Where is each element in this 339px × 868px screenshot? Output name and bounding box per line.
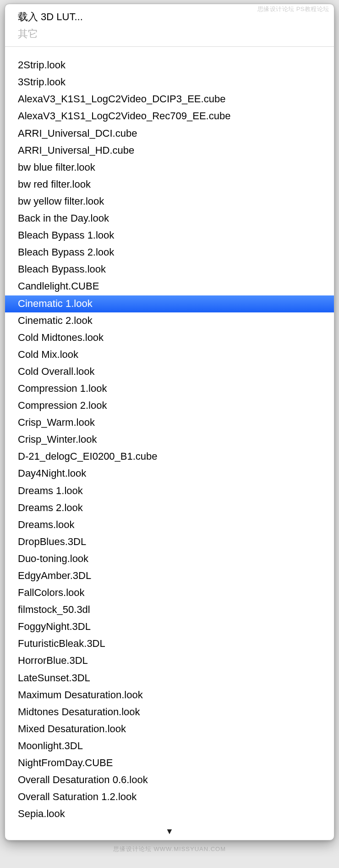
other-item: 其它 bbox=[5, 26, 334, 43]
lut-list-item[interactable]: Cinematic 2.look bbox=[5, 312, 334, 329]
list-spacer bbox=[5, 47, 334, 57]
lut-list-item[interactable]: HorrorBlue.3DL bbox=[5, 652, 334, 669]
lut-list-item[interactable]: ARRI_Universal_HD.cube bbox=[5, 142, 334, 159]
lut-list-item[interactable]: Overall Saturation 1.2.look bbox=[5, 789, 334, 806]
lut-list-item[interactable]: ARRI_Universal_DCI.cube bbox=[5, 125, 334, 142]
lut-list-item[interactable]: bw blue filter.look bbox=[5, 159, 334, 176]
lut-list-item[interactable]: EdgyAmber.3DL bbox=[5, 568, 334, 584]
lut-list-item[interactable]: Dreams.look bbox=[5, 517, 334, 534]
lut-list-item[interactable]: FallColors.look bbox=[5, 584, 334, 601]
lut-list-item[interactable]: FoggyNight.3DL bbox=[5, 618, 334, 635]
watermark-bottom: 思缘设计论坛 WWW.MISSYUAN.COM bbox=[4, 845, 335, 853]
lut-list-item[interactable]: DropBlues.3DL bbox=[5, 534, 334, 551]
lut-list-item[interactable]: Compression 1.look bbox=[5, 380, 334, 397]
lut-list-item[interactable]: Duo-toning.look bbox=[5, 551, 334, 568]
lut-list-item[interactable]: Cold Midtones.look bbox=[5, 329, 334, 346]
lut-file-list: 2Strip.look3Strip.lookAlexaV3_K1S1_LogC2… bbox=[5, 57, 334, 825]
lut-list-item[interactable]: FuturisticBleak.3DL bbox=[5, 635, 334, 652]
lut-list-item[interactable]: 2Strip.look bbox=[5, 57, 334, 74]
lut-list-item[interactable]: Compression 2.look bbox=[5, 397, 334, 414]
lut-list-item[interactable]: D-21_delogC_EI0200_B1.cube bbox=[5, 448, 334, 465]
lut-list-item[interactable]: Candlelight.CUBE bbox=[5, 278, 334, 295]
lut-list-item[interactable]: Cold Mix.look bbox=[5, 346, 334, 363]
lut-list-item[interactable]: bw yellow filter.look bbox=[5, 193, 334, 210]
lut-list-item[interactable]: Sepia.look bbox=[5, 806, 334, 823]
lut-list-item[interactable]: Cold Overall.look bbox=[5, 363, 334, 380]
lut-list-item[interactable]: Day4Night.look bbox=[5, 465, 334, 482]
lut-list-item[interactable]: Dreams 2.look bbox=[5, 500, 334, 517]
lut-list-item[interactable]: Crisp_Warm.look bbox=[5, 414, 334, 431]
lut-list-item[interactable]: Dreams 1.look bbox=[5, 483, 334, 500]
lut-dropdown-menu[interactable]: 思缘设计论坛 PS教程论坛 载入 3D LUT... 其它 2Strip.loo… bbox=[5, 4, 334, 840]
scroll-down-indicator[interactable]: ▼ bbox=[5, 825, 334, 840]
lut-list-item[interactable]: 3Strip.look bbox=[5, 74, 334, 91]
lut-list-item[interactable]: bw red filter.look bbox=[5, 176, 334, 193]
lut-list-item[interactable]: NightFromDay.CUBE bbox=[5, 755, 334, 772]
lut-list-item[interactable]: AlexaV3_K1S1_LogC2Video_Rec709_EE.cube bbox=[5, 108, 334, 125]
lut-list-item[interactable]: Bleach Bypass.look bbox=[5, 261, 334, 278]
lut-list-item[interactable]: filmstock_50.3dl bbox=[5, 601, 334, 618]
lut-list-item[interactable]: Back in the Day.look bbox=[5, 210, 334, 227]
lut-list-item[interactable]: AlexaV3_K1S1_LogC2Video_DCIP3_EE.cube bbox=[5, 91, 334, 108]
lut-list-item[interactable]: Bleach Bypass 2.look bbox=[5, 244, 334, 261]
lut-list-item[interactable]: Crisp_Winter.look bbox=[5, 431, 334, 448]
lut-list-item[interactable]: Overall Desaturation 0.6.look bbox=[5, 772, 334, 789]
lut-list-item[interactable]: Maximum Desaturation.look bbox=[5, 687, 334, 704]
lut-list-item[interactable]: Cinematic 1.look bbox=[5, 295, 334, 312]
lut-list-item[interactable]: LateSunset.3DL bbox=[5, 670, 334, 687]
watermark-top: 思缘设计论坛 PS教程论坛 bbox=[257, 5, 329, 13]
lut-list-item[interactable]: Moonlight.3DL bbox=[5, 738, 334, 755]
lut-list-item[interactable]: Mixed Desaturation.look bbox=[5, 721, 334, 738]
lut-list-item[interactable]: Bleach Bypass 1.look bbox=[5, 227, 334, 244]
lut-list-item[interactable]: Midtones Desaturation.look bbox=[5, 704, 334, 721]
